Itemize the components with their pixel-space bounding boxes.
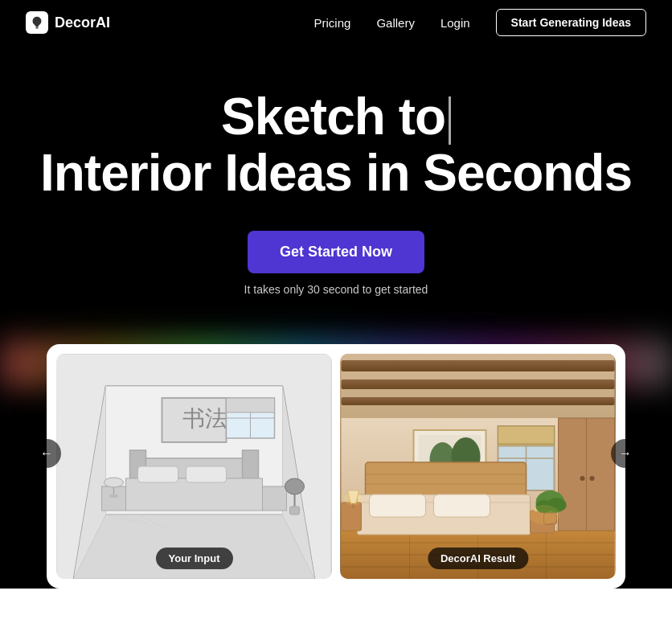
- nav-links: Pricing Gallery Login Start Generating I…: [314, 9, 646, 36]
- svg-rect-17: [186, 466, 227, 482]
- features-section: Add your photo or sketch, set your setti…: [0, 621, 672, 644]
- svg-point-30: [285, 478, 305, 494]
- svg-rect-28: [227, 398, 275, 412]
- svg-rect-31: [290, 507, 300, 515]
- svg-rect-22: [263, 486, 287, 511]
- svg-rect-70: [342, 502, 362, 531]
- nav-cta-button[interactable]: Start Generating Ideas: [496, 9, 646, 36]
- svg-rect-37: [342, 379, 615, 389]
- nav-login[interactable]: Login: [440, 16, 470, 30]
- carousel-prev-button[interactable]: ←: [32, 439, 61, 468]
- svg-rect-21: [110, 494, 118, 498]
- logo[interactable]: DecorAI: [26, 11, 110, 34]
- svg-rect-16: [138, 466, 178, 482]
- hero-cta-button[interactable]: Get Started Now: [248, 231, 424, 273]
- svg-rect-69: [434, 494, 490, 517]
- carousel-next-button[interactable]: →: [611, 439, 640, 468]
- svg-rect-38: [342, 397, 615, 405]
- svg-rect-15: [126, 478, 263, 511]
- logo-icon: [26, 11, 48, 34]
- svg-point-49: [580, 476, 585, 481]
- nav-gallery[interactable]: Gallery: [376, 16, 415, 30]
- svg-point-80: [528, 505, 560, 524]
- svg-point-50: [590, 476, 595, 481]
- hero-title: Sketch to Interior Ideas in Seconds: [40, 88, 632, 202]
- svg-rect-56: [498, 426, 555, 444]
- carousel-input-image: 书法 Your Input: [56, 354, 332, 579]
- result-label: DecorAI Result: [428, 548, 528, 569]
- carousel-result-image: DecorAI Result: [340, 354, 616, 579]
- logo-text: DecorAI: [55, 14, 110, 31]
- svg-rect-0: [35, 27, 39, 27]
- navbar: DecorAI Pricing Gallery Login Start Gene…: [0, 0, 672, 45]
- svg-point-19: [104, 478, 124, 487]
- svg-rect-63: [366, 462, 527, 498]
- svg-text:书法: 书法: [182, 406, 227, 431]
- carousel: 书法 Your Input: [47, 344, 625, 589]
- hero-section: Sketch to Interior Ideas in Seconds Get …: [0, 0, 672, 589]
- svg-marker-9: [74, 515, 315, 579]
- hero-subtitle: It takes only 30 second to get started: [244, 283, 428, 296]
- svg-rect-68: [370, 494, 426, 517]
- svg-rect-36: [342, 360, 615, 371]
- svg-point-73: [344, 492, 363, 505]
- nav-pricing[interactable]: Pricing: [314, 16, 351, 30]
- svg-rect-1: [36, 28, 39, 29]
- input-label: Your Input: [155, 548, 232, 569]
- carousel-container: 书法 Your Input: [47, 318, 625, 589]
